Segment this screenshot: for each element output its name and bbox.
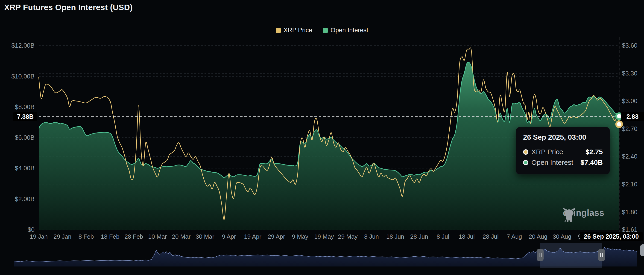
tooltip-value-xrp-price: $2.75 bbox=[586, 148, 603, 156]
left-axis-label: $2.00B bbox=[0, 195, 34, 203]
left-axis-label: $8.00B bbox=[0, 103, 34, 111]
left-axis-label: $6.00B bbox=[0, 134, 34, 142]
date-crosshair-badge: 26 Sep 2025, 03:00 bbox=[580, 232, 642, 241]
tooltip-label-open-interest: Open Interest bbox=[531, 159, 573, 166]
legend-label-xrp-price: XRP Price bbox=[284, 27, 312, 34]
legend-item-open-interest[interactable]: Open Interest bbox=[323, 27, 368, 34]
tooltip: 26 Sep 2025, 03:00 XRP Price $2.75 Open … bbox=[516, 127, 610, 174]
tooltip-row-open-interest: Open Interest $7.40B bbox=[523, 157, 603, 168]
xrp-price-dot-icon bbox=[523, 149, 528, 155]
xrp-price-swatch-icon bbox=[276, 28, 281, 33]
right-axis-label: $2.10 bbox=[622, 180, 638, 188]
left-axis-label: $4.00B bbox=[0, 164, 34, 172]
tooltip-value-open-interest: $7.40B bbox=[580, 159, 603, 166]
tooltip-row-xrp-price: XRP Price $2.75 bbox=[523, 147, 603, 157]
open-interest-dot-icon bbox=[523, 160, 528, 165]
right-axis-label: $2.40 bbox=[622, 153, 638, 160]
navigator-handle-right[interactable] bbox=[598, 249, 605, 261]
legend: XRP Price Open Interest bbox=[0, 27, 644, 34]
handle-grip-icon bbox=[602, 253, 603, 257]
tooltip-label-xrp-price: XRP Price bbox=[531, 148, 563, 156]
navigator-selection-window[interactable] bbox=[540, 243, 602, 268]
right-axis-label: $2.70 bbox=[622, 125, 638, 133]
right-axis-label: $3.00 bbox=[622, 97, 638, 105]
navigator-handle-left[interactable] bbox=[537, 249, 544, 261]
right-axis-label: $3.60 bbox=[622, 42, 638, 49]
handle-grip-icon bbox=[541, 253, 542, 257]
chart-panel: XRP Futures Open Interest (USD) XRP Pric… bbox=[0, 0, 644, 275]
coinglass-bull-icon bbox=[563, 208, 575, 222]
left-axis-label: $12.00B bbox=[0, 42, 34, 49]
open-interest-swatch-icon bbox=[323, 28, 328, 33]
handle-grip-icon bbox=[539, 253, 540, 257]
handle-grip-icon bbox=[600, 253, 601, 257]
legend-label-open-interest: Open Interest bbox=[330, 27, 368, 34]
scroll-edge-button[interactable] bbox=[640, 244, 644, 256]
price-crosshair-badge: 2.83 bbox=[621, 112, 644, 121]
tooltip-date: 26 Sep 2025, 03:00 bbox=[523, 133, 603, 142]
legend-item-xrp-price[interactable]: XRP Price bbox=[276, 27, 312, 34]
xrp-price-marker-icon bbox=[616, 121, 622, 127]
chart-title: XRP Futures Open Interest (USD) bbox=[4, 3, 133, 12]
oi-crosshair-badge: 7.38B bbox=[13, 112, 37, 121]
right-axis-label: $3.30 bbox=[622, 69, 638, 77]
right-axis-label: $1.80 bbox=[622, 208, 638, 216]
left-axis-label: $10.00B bbox=[0, 72, 34, 80]
coinglass-watermark: coinglass bbox=[563, 208, 604, 218]
